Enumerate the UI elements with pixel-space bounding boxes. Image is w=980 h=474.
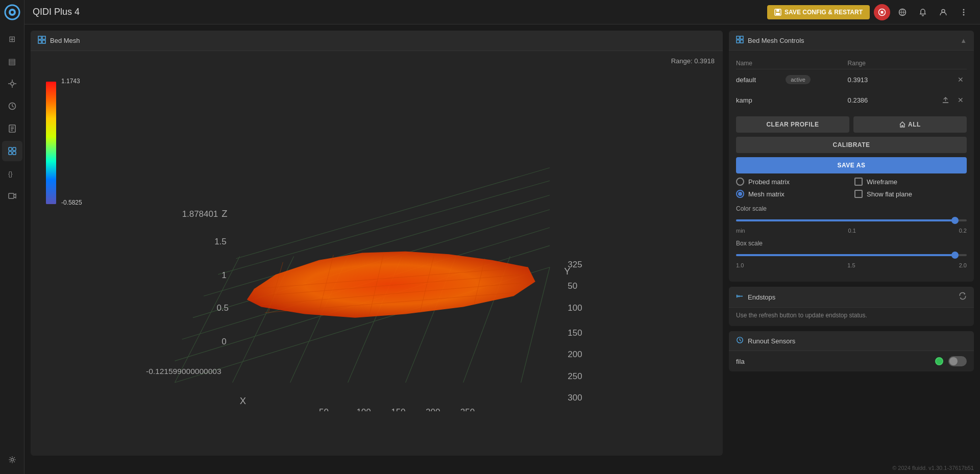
- color-scale-mid: 0.1: [848, 228, 856, 234]
- notifications-button[interactable]: [915, 4, 931, 20]
- bed-mesh-header-icon: [38, 36, 46, 45]
- clear-profile-button[interactable]: CLEAR PROFILE: [736, 116, 849, 133]
- svg-text:150: 150: [568, 328, 582, 338]
- svg-point-30: [963, 9, 965, 10]
- svg-text:Z: Z: [222, 208, 227, 219]
- network-button[interactable]: [894, 4, 911, 20]
- calibrate-button[interactable]: CALIBRATE: [736, 137, 967, 153]
- col-actions: [898, 58, 967, 69]
- all-button[interactable]: ALL: [853, 116, 967, 133]
- bed-mesh-title: Bed Mesh: [50, 37, 80, 44]
- collapse-icon[interactable]: ▲: [960, 37, 967, 44]
- box-scale-track-bar: [736, 254, 967, 256]
- endstops-description: Use the refresh button to update endstop…: [729, 308, 974, 326]
- sidebar-item-history[interactable]: [2, 96, 22, 116]
- more-menu-button[interactable]: [955, 4, 972, 20]
- bed-mesh-panel: Bed Mesh Range: 0.3918 1.1743 -0.5825: [31, 31, 723, 456]
- svg-text:250: 250: [460, 407, 475, 411]
- box-scale-fill: [736, 254, 955, 256]
- controls-header-icon: [736, 36, 744, 45]
- save-as-button[interactable]: SAVE AS: [736, 157, 967, 173]
- footer-copyright: © 2024 fluidd. v1.30.1-37617b51: [892, 465, 974, 471]
- svg-text:50: 50: [319, 407, 329, 411]
- svg-text:200: 200: [568, 350, 582, 359]
- endstops-refresh-button[interactable]: [959, 292, 967, 302]
- bed-mesh-controls-card: Bed Mesh Controls ▲ Name Range: [729, 31, 974, 282]
- option-show-flat-plane[interactable]: Show flat plane: [854, 190, 967, 198]
- profile-close-kamp[interactable]: ✕: [954, 94, 967, 106]
- box-scale-label: Box scale: [736, 240, 967, 247]
- bell-icon: [919, 8, 927, 16]
- control-buttons-row2: CALIBRATE: [736, 137, 967, 153]
- svg-rect-26: [881, 11, 884, 13]
- profile-load-kamp[interactable]: [939, 94, 951, 106]
- color-scale-min: min: [736, 228, 745, 234]
- profile-range-kamp: 0.2386: [848, 96, 868, 104]
- profile-name-kamp: kamp: [736, 96, 752, 104]
- svg-rect-85: [740, 40, 743, 43]
- profile-row-kamp: kamp 0.2386 ✕: [736, 90, 967, 110]
- svg-point-32: [963, 14, 965, 15]
- user-button[interactable]: [935, 4, 951, 20]
- profile-range-default: 0.3913: [848, 76, 868, 84]
- content-area: Bed Mesh Range: 0.3918 1.1743 -0.5825: [24, 24, 980, 462]
- sidebar: ⊞ ▤ {}: [0, 0, 24, 474]
- box-scale-thumb[interactable]: [951, 252, 959, 259]
- svg-text:1: 1: [222, 270, 226, 280]
- col-name: Name: [736, 58, 786, 69]
- footer: © 2024 fluidd. v1.30.1-37617b51: [24, 462, 980, 474]
- radio-mesh-matrix: [736, 190, 744, 198]
- svg-line-43: [236, 168, 550, 259]
- mesh-viz-container: Range: 0.3918 1.1743 -0.5825: [31, 51, 723, 456]
- svg-text:{}: {}: [8, 170, 13, 178]
- runout-sensors-title: Runout Sensors: [748, 337, 795, 345]
- svg-rect-17: [9, 152, 12, 155]
- option-wireframe[interactable]: Wireframe: [854, 178, 967, 186]
- profile-actions-default: ✕: [898, 73, 967, 86]
- runout-sensors-header: Runout Sensors: [729, 331, 974, 351]
- color-scale-thumb[interactable]: [951, 217, 959, 224]
- sidebar-item-console[interactable]: ▤: [2, 51, 22, 71]
- color-scale-track: [736, 215, 967, 226]
- option-probed-matrix[interactable]: Probed matrix: [736, 178, 848, 186]
- svg-rect-36: [42, 40, 45, 43]
- endstops-title: Endstops: [748, 293, 775, 301]
- controls-panel: Bed Mesh Controls ▲ Name Range: [729, 31, 974, 456]
- runout-header-icon: [736, 336, 744, 345]
- sidebar-item-macros[interactable]: {}: [2, 163, 22, 184]
- emergency-stop-button[interactable]: [874, 4, 890, 20]
- svg-rect-23: [776, 9, 779, 12]
- fila-sensor-name: fila: [736, 358, 930, 365]
- svg-rect-15: [9, 147, 12, 151]
- profile-badge-active: active: [786, 75, 811, 84]
- fila-status-indicator: [935, 357, 943, 365]
- label-probed-matrix: Probed matrix: [748, 178, 790, 186]
- sidebar-item-settings[interactable]: [2, 450, 22, 470]
- svg-text:200: 200: [426, 407, 440, 411]
- profile-close-default[interactable]: ✕: [954, 73, 967, 86]
- mesh-3d-visualization: X 50 100 150 200 250 Y 50 100 150 200 25…: [31, 51, 723, 411]
- svg-rect-18: [13, 152, 16, 155]
- fila-toggle[interactable]: [948, 356, 967, 366]
- sidebar-item-timelapse[interactable]: [2, 186, 22, 206]
- box-scale-mid: 1.5: [847, 262, 855, 268]
- box-scale-slider-row: Box scale 1.0 1.5 2.0: [736, 240, 967, 268]
- color-scale-track-bar: [736, 219, 967, 221]
- color-scale-max: 0.2: [959, 228, 967, 234]
- refresh-icon: [959, 292, 967, 300]
- sidebar-item-tune[interactable]: [2, 73, 22, 94]
- svg-text:1.878401: 1.878401: [182, 209, 218, 219]
- option-mesh-matrix[interactable]: Mesh matrix: [736, 190, 848, 198]
- save-config-button[interactable]: SAVE CONFIG & RESTART: [767, 5, 870, 19]
- sidebar-item-files[interactable]: [2, 118, 22, 139]
- controls-title: Bed Mesh Controls: [748, 37, 804, 44]
- svg-rect-35: [38, 40, 41, 43]
- svg-rect-24: [776, 13, 780, 15]
- sidebar-item-dashboard[interactable]: ⊞: [2, 29, 22, 49]
- svg-marker-51: [247, 252, 535, 318]
- app-logo[interactable]: [4, 4, 20, 20]
- endstops-header-icon: [736, 292, 744, 302]
- network-icon: [898, 8, 906, 16]
- radio-probed-matrix: [736, 178, 744, 186]
- sidebar-item-calibration[interactable]: [2, 141, 22, 161]
